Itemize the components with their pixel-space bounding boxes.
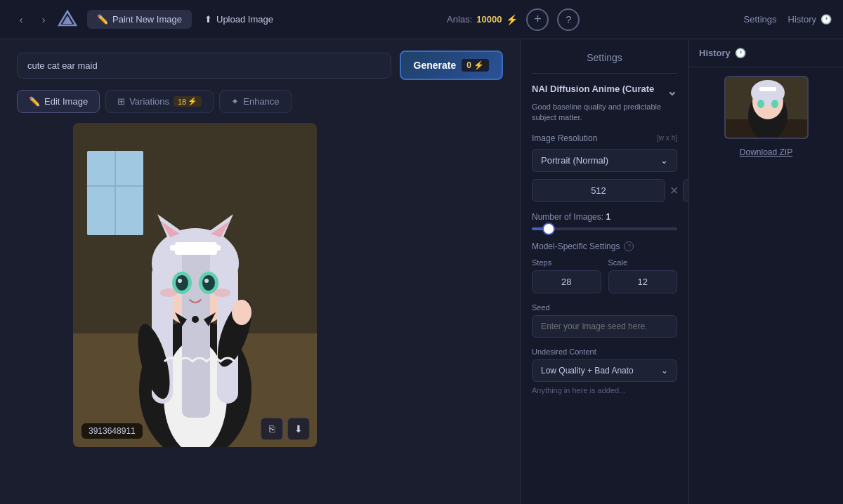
variations-count: 18 xyxy=(178,98,186,106)
undesired-note: Anything in here is added... xyxy=(532,386,677,394)
app-logo xyxy=(56,8,79,31)
image-actions: ⎘ ⬇ xyxy=(261,418,310,440)
prompt-row: Generate 0 ⚡ xyxy=(17,51,503,80)
svg-point-25 xyxy=(202,275,215,291)
upload-image-button[interactable]: ⬆ Upload Image xyxy=(195,10,283,29)
generate-button[interactable]: Generate 0 ⚡ xyxy=(400,51,503,80)
undesired-dropdown[interactable]: Low Quality + Bad Anato ⌄ xyxy=(532,359,677,382)
copy-icon: ⎘ xyxy=(269,423,275,435)
pen-icon: ✏️ xyxy=(97,14,108,25)
upload-icon: ⬆ xyxy=(204,14,212,25)
model-settings-title: Model-Specific Settings ? xyxy=(532,241,677,251)
upload-label: Upload Image xyxy=(216,14,273,25)
resolution-dropdown[interactable]: Portrait (Normal) ⌄ xyxy=(532,149,677,172)
svg-point-29 xyxy=(214,289,230,297)
svg-point-24 xyxy=(176,275,188,291)
model-dropdown-icon[interactable]: ⌄ xyxy=(667,84,677,99)
lightning-icon: ⚡ xyxy=(506,14,518,25)
settings-panel: Settings NAI Diffusion Anime (Curate ⌄ G… xyxy=(520,39,688,504)
num-images-value: 1 xyxy=(606,212,610,222)
settings-link[interactable]: Settings xyxy=(744,14,777,25)
svg-point-28 xyxy=(160,289,177,297)
num-images-label: Number of Images: 1 xyxy=(532,212,677,222)
undesired-section: Undesired Content Low Quality + Bad Anat… xyxy=(532,347,677,394)
center-panel: Generate 0 ⚡ ✏️ Edit Image ⊞ Variations … xyxy=(0,39,520,504)
history-thumbnail[interactable] xyxy=(724,76,809,139)
height-input[interactable] xyxy=(683,179,688,202)
seed-label: Seed xyxy=(532,303,677,312)
variations-badge: 18 ⚡ xyxy=(174,96,202,107)
save-image-button[interactable]: ⬇ xyxy=(287,418,310,440)
history-clock-icon: 🕐 xyxy=(735,48,746,58)
grid-icon: ⊞ xyxy=(117,96,125,107)
main-layout: Generate 0 ⚡ ✏️ Edit Image ⊞ Variations … xyxy=(0,39,843,504)
scale-group: Scale xyxy=(608,258,678,293)
nav-left: ‹ › ✏️ Paint New Image ⬆ Upload Image xyxy=(11,8,283,31)
history-button[interactable]: History 🕐 xyxy=(788,14,832,25)
resolution-chevron-icon: ⌄ xyxy=(660,155,668,166)
resolution-hint: [w x h] xyxy=(657,134,677,142)
model-name-row: NAI Diffusion Anime (Curate ⌄ xyxy=(532,84,677,99)
svg-point-41 xyxy=(757,100,764,108)
edit-icon: ✏️ xyxy=(29,96,40,107)
model-settings-section: Model-Specific Settings ? Steps Scale xyxy=(532,241,677,293)
anlas-value: 10000 xyxy=(476,14,502,25)
settings-nav-label: Settings xyxy=(532,52,677,74)
steps-input[interactable] xyxy=(532,270,601,293)
resolution-section: Image Resolution [w x h] Portrait (Norma… xyxy=(532,133,677,202)
cost-lightning-icon: ⚡ xyxy=(473,60,484,70)
image-seed: 3913648911 xyxy=(81,423,143,439)
model-name-text: NAI Diffusion Anime (Curate xyxy=(532,84,654,94)
enhance-tab[interactable]: ✦ Enhance xyxy=(219,90,291,113)
svg-point-26 xyxy=(178,279,182,283)
seed-input[interactable] xyxy=(532,315,677,338)
steps-scale-row: Steps Scale xyxy=(532,258,677,293)
badge-lightning: ⚡ xyxy=(188,97,197,106)
generate-label: Generate xyxy=(414,60,457,71)
num-images-section: Number of Images: 1 xyxy=(532,212,677,230)
add-anlas-button[interactable]: + xyxy=(526,8,549,31)
history-label: History xyxy=(788,14,816,25)
svg-rect-21 xyxy=(170,245,221,251)
undesired-value: Low Quality + Bad Anato xyxy=(541,366,634,376)
history-panel: History 🕐 Download ZIP xyxy=(688,39,843,504)
svg-rect-43 xyxy=(759,87,776,91)
generated-image xyxy=(73,123,317,447)
image-container: 3913648911 ⎘ ⬇ xyxy=(73,123,317,447)
paint-new-image-button[interactable]: ✏️ Paint New Image xyxy=(87,10,192,29)
svg-point-42 xyxy=(771,100,778,108)
enhance-label: Enhance xyxy=(243,96,279,107)
forward-arrow[interactable]: › xyxy=(34,10,53,29)
save-icon: ⬇ xyxy=(294,423,303,435)
steps-label: Steps xyxy=(532,258,601,267)
model-settings-info-icon[interactable]: ? xyxy=(624,241,634,251)
variations-label: Variations xyxy=(129,96,169,107)
scale-input[interactable] xyxy=(608,270,678,293)
variations-tab[interactable]: ⊞ Variations 18 ⚡ xyxy=(105,90,214,113)
resolution-label: Image Resolution xyxy=(532,133,597,143)
help-button[interactable]: ? xyxy=(557,8,580,31)
seed-section: Seed xyxy=(532,303,677,338)
resolution-title: Image Resolution [w x h] xyxy=(532,133,677,143)
num-images-slider[interactable] xyxy=(532,227,677,230)
edit-image-tab[interactable]: ✏️ Edit Image xyxy=(17,90,100,113)
nav-right: Settings History 🕐 xyxy=(744,14,832,25)
svg-point-40 xyxy=(751,80,785,105)
prompt-input[interactable] xyxy=(17,53,391,79)
copy-image-button[interactable]: ⎘ xyxy=(261,418,283,440)
cost-value: 0 xyxy=(466,60,471,70)
resolution-value: Portrait (Normal) xyxy=(541,155,608,166)
slider-thumb[interactable] xyxy=(544,224,554,234)
dimension-row: ✕ xyxy=(532,179,677,202)
anlas-label: Anlas: xyxy=(447,14,472,25)
generate-cost: 0 ⚡ xyxy=(462,59,489,72)
svg-point-27 xyxy=(204,279,209,283)
nav-center: Anlas: 10000 ⚡ + ? xyxy=(283,8,744,31)
download-zip-link[interactable]: Download ZIP xyxy=(689,147,843,163)
model-desc: Good baseline quality and predictable su… xyxy=(532,102,677,124)
back-arrow[interactable]: ‹ xyxy=(11,10,31,29)
history-title: History xyxy=(699,48,731,58)
undesired-chevron-icon: ⌄ xyxy=(661,366,668,376)
width-input[interactable] xyxy=(532,179,665,202)
history-icon: 🕐 xyxy=(821,14,832,25)
